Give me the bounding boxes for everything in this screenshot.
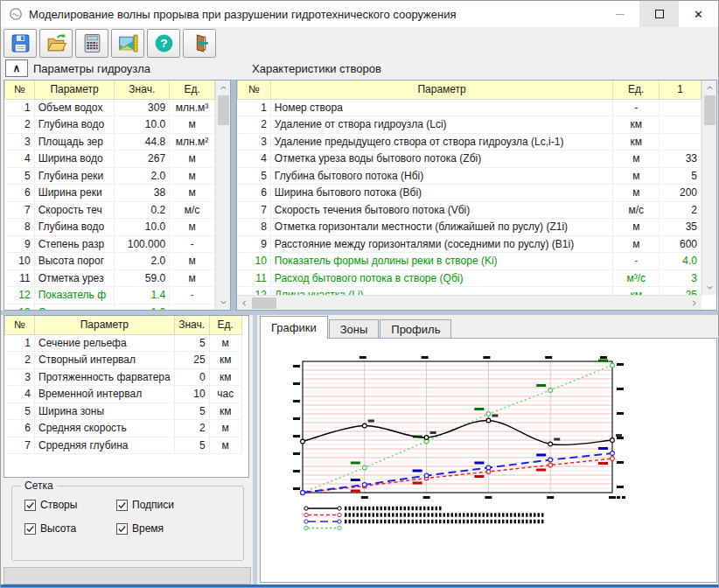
model-param-cell[interactable]: 5 bbox=[174, 334, 209, 352]
hydro-param-cell[interactable]: млн.м² bbox=[170, 133, 215, 150]
section-param-cell[interactable]: Скорость течения бытового потока (Vбi) bbox=[270, 201, 613, 219]
section-param-cell[interactable]: - bbox=[613, 253, 660, 270]
hydro-param-cell[interactable]: 11 bbox=[5, 270, 35, 287]
section-param-cell[interactable] bbox=[660, 116, 702, 134]
model-param-cell[interactable]: 7 bbox=[5, 437, 35, 454]
model-param-cell[interactable]: Ширина зоны bbox=[35, 402, 175, 420]
hydro-param-cell[interactable]: м bbox=[170, 270, 215, 287]
checkbox-icon[interactable] bbox=[24, 500, 36, 511]
section-param-cell[interactable]: Показатель формы долины реки в створе (K… bbox=[270, 253, 613, 270]
section-param-row[interactable]: 9Расстояние между горизонталями (соседни… bbox=[238, 235, 702, 253]
model-param-cell[interactable]: 0 bbox=[174, 368, 209, 386]
model-param-cell[interactable]: Срредняя глубина bbox=[35, 437, 175, 454]
section-param-row[interactable]: 8Отметка горизонтали местности (ближайше… bbox=[238, 219, 702, 236]
scroll-up-icon[interactable] bbox=[216, 80, 231, 95]
section-param-cell[interactable]: 5 bbox=[238, 167, 271, 185]
section-param-cell[interactable]: 200 bbox=[660, 185, 702, 202]
hydro-param-cell[interactable]: 10.0 bbox=[115, 219, 170, 236]
section-param-cell[interactable]: 3 bbox=[238, 133, 271, 150]
hydro-param-cell[interactable]: м/с bbox=[170, 201, 215, 219]
vertical-splitter-bottom[interactable] bbox=[253, 315, 257, 586]
hydro-param-cell[interactable]: Глубина реки bbox=[34, 167, 115, 185]
section-param-cell[interactable]: м bbox=[613, 185, 660, 202]
model-param-cell[interactable]: 3 bbox=[5, 368, 35, 386]
hydro-param-cell[interactable]: 100.000 bbox=[115, 235, 170, 253]
hydro-param-cell[interactable]: 59.0 bbox=[115, 270, 170, 287]
model-param-cell[interactable]: 25 bbox=[174, 352, 209, 369]
section-param-row[interactable]: 7Скорость течения бытового потока (Vбi)м… bbox=[238, 201, 702, 219]
open-button[interactable] bbox=[39, 29, 73, 58]
scroll-down-icon[interactable] bbox=[702, 280, 717, 295]
hydro-param-cell[interactable]: Степень нап bbox=[34, 304, 115, 310]
model-param-row[interactable]: 7Срредняя глубина5м bbox=[5, 437, 242, 454]
section-param-cell[interactable]: 2 bbox=[238, 116, 271, 134]
section-param-cell[interactable]: 11 bbox=[238, 270, 271, 287]
help-button[interactable]: ? bbox=[147, 29, 180, 58]
hydro-param-cell[interactable]: Скорость теч bbox=[34, 201, 115, 219]
model-param-cell[interactable]: м bbox=[209, 334, 241, 352]
hydro-param-cell[interactable]: 2 bbox=[5, 116, 35, 134]
save-button[interactable] bbox=[3, 29, 37, 58]
hydro-param-cell[interactable]: 7 bbox=[5, 201, 35, 219]
section-param-cell[interactable]: Отметка горизонтали местности (ближайшей… bbox=[270, 219, 613, 236]
section-param-cell[interactable]: 4.0 bbox=[660, 253, 702, 270]
model-param-cell[interactable]: м bbox=[209, 437, 241, 454]
section-param-row[interactable]: 11Расход бытового потока в створе (Qбi)м… bbox=[238, 270, 702, 287]
minimize-button[interactable] bbox=[600, 1, 639, 27]
model-param-cell[interactable]: 2 bbox=[174, 420, 209, 438]
hydro-param-cell[interactable]: м bbox=[170, 253, 215, 270]
hydro-param-cell[interactable]: 2.0 bbox=[115, 167, 170, 185]
section-param-cell[interactable]: Расход бытового потока в створе (Qбi) bbox=[270, 270, 613, 287]
section-param-row[interactable]: 12Длина участка (Li)км25 bbox=[238, 287, 702, 296]
hydro-param-row[interactable]: 6Ширина реки38м bbox=[5, 185, 215, 202]
hydro-param-cell[interactable]: - bbox=[170, 287, 215, 304]
section-param-cell[interactable]: 6 bbox=[238, 185, 271, 202]
section-param-cell[interactable] bbox=[660, 99, 702, 116]
scroll-down-icon[interactable] bbox=[216, 295, 231, 310]
hydro-param-row[interactable]: 3Площадь зер44.8млн.м² bbox=[5, 133, 215, 150]
tab-zones[interactable]: Зоны bbox=[329, 319, 380, 339]
model-param-cell[interactable]: м bbox=[209, 420, 241, 438]
tab-charts[interactable]: Графики bbox=[260, 316, 328, 339]
section-param-row[interactable]: 10Показатель формы долины реки в створе … bbox=[238, 253, 702, 270]
section-param-cell[interactable]: - bbox=[613, 99, 660, 116]
model-param-row[interactable]: 3Протяженность фарватера0км bbox=[5, 368, 242, 386]
hydro-param-cell[interactable]: Ширина реки bbox=[34, 185, 115, 202]
section-param-cell[interactable]: 10 bbox=[238, 253, 271, 270]
hydro-param-cell[interactable]: 309 bbox=[115, 99, 170, 116]
hydro-param-cell[interactable]: Глубина водо bbox=[34, 219, 115, 236]
section-param-row[interactable]: 2Удаление от створа гидроузла (Lci)км bbox=[238, 116, 702, 134]
section-param-cell[interactable]: 3 bbox=[660, 270, 702, 287]
checkbox-4[interactable]: Время bbox=[116, 522, 208, 535]
hydro-param-cell[interactable]: Ширина водо bbox=[34, 150, 115, 168]
section-param-cell[interactable]: Расстояние между горизонталями (соседним… bbox=[270, 235, 613, 253]
section-param-row[interactable]: 5Глубина бытового потока (Hбi)м5 bbox=[238, 167, 702, 185]
hydro-param-cell[interactable]: 9 bbox=[5, 235, 35, 253]
hydro-param-row[interactable]: 1Объем водох309млн.м³ bbox=[5, 99, 215, 116]
model-param-cell[interactable]: 5 bbox=[174, 402, 209, 420]
section-param-row[interactable]: 1Номер створа- bbox=[238, 99, 702, 116]
close-button[interactable]: ✕ bbox=[679, 1, 718, 27]
hydro-param-cell[interactable]: 6 bbox=[5, 185, 35, 202]
hydro-param-cell[interactable]: м bbox=[170, 116, 215, 134]
calculate-button[interactable] bbox=[75, 29, 108, 58]
model-param-row[interactable]: 4Временной интервал10час bbox=[5, 386, 242, 403]
hydro-param-cell[interactable]: Степень разр bbox=[34, 235, 115, 253]
section-param-cell[interactable]: 5 bbox=[660, 167, 702, 185]
hydro-param-cell[interactable]: 38 bbox=[115, 185, 170, 202]
hydro-param-cell[interactable]: 2.0 bbox=[115, 253, 170, 270]
section-param-cell[interactable] bbox=[660, 133, 702, 150]
checkbox-icon[interactable] bbox=[24, 523, 36, 535]
hydro-param-row[interactable]: 2Глубина водо10.0м bbox=[5, 116, 215, 134]
model-param-row[interactable]: 1Сечение рельефа5м bbox=[5, 334, 242, 352]
section-param-cell[interactable]: 33 bbox=[660, 150, 702, 168]
model-param-cell[interactable]: час bbox=[209, 386, 241, 403]
hydro-param-cell[interactable]: 8 bbox=[5, 219, 35, 236]
hydro-param-cell[interactable]: Площадь зер bbox=[34, 133, 115, 150]
collapse-button[interactable]: ∧ bbox=[5, 60, 28, 77]
hydro-param-cell[interactable]: млн.м³ bbox=[170, 99, 215, 116]
section-param-row[interactable]: 4Отметка уреза воды бытового потока (Zбi… bbox=[238, 150, 702, 168]
maximize-button[interactable] bbox=[639, 1, 679, 27]
section-param-cell[interactable]: км bbox=[613, 116, 660, 134]
model-param-cell[interactable]: Створный интервал bbox=[35, 352, 175, 369]
